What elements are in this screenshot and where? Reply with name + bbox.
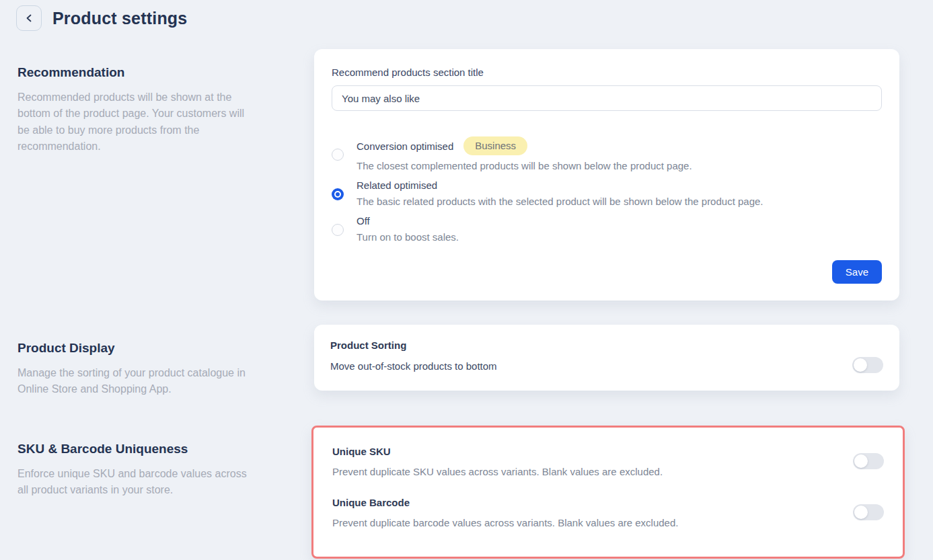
sku-barcode-section: SKU & Barcode Uniqueness Enforce unique …: [0, 426, 314, 559]
recommend-title-label: Recommend products section title: [332, 67, 882, 78]
recommend-title-input[interactable]: [332, 85, 882, 111]
option-texts: Conversion optimised Business The closes…: [357, 136, 882, 173]
option-related-optimised[interactable]: Related optimised The basic related prod…: [332, 179, 882, 208]
section-desc-sku-barcode: Enforce unique SKU and barcode values ac…: [17, 466, 250, 499]
product-sorting-card: Product Sorting Move out-of-stock produc…: [314, 325, 899, 391]
unique-barcode-title: Unique Barcode: [332, 497, 678, 508]
toggle-knob: [854, 454, 868, 468]
unique-barcode-toggle[interactable]: [853, 504, 884, 520]
chevron-left-icon: [26, 14, 33, 22]
option-texts: Off Turn on to boost sales.: [357, 215, 882, 244]
toggle-knob: [854, 506, 868, 519]
option-off[interactable]: Off Turn on to boost sales.: [332, 215, 882, 244]
radio-unselected-icon[interactable]: [332, 149, 344, 161]
option-label: Conversion optimised: [357, 141, 453, 152]
recommendation-row: Recommendation Recommended products will…: [0, 49, 933, 301]
unique-sku-description: Prevent duplicate SKU values across vari…: [332, 466, 663, 477]
unique-barcode-row: Unique Barcode Prevent duplicate barcode…: [332, 497, 884, 528]
unique-sku-row: Unique SKU Prevent duplicate SKU values …: [332, 446, 884, 477]
option-description: Turn on to boost sales.: [357, 230, 882, 244]
product-display-row: Product Display Manage the sorting of yo…: [0, 325, 933, 398]
business-badge: Business: [463, 136, 527, 155]
section-desc-recommendation: Recommended products will be shown at th…: [17, 89, 250, 155]
section-title-recommendation: Recommendation: [17, 65, 287, 80]
sku-barcode-row: SKU & Barcode Uniqueness Enforce unique …: [0, 426, 933, 559]
unique-barcode-description: Prevent duplicate barcode values across …: [332, 517, 678, 528]
recommendation-section: Recommendation Recommended products will…: [0, 49, 314, 301]
product-sorting-title: Product Sorting: [330, 339, 883, 351]
unique-sku-title: Unique SKU: [332, 446, 663, 457]
option-conversion-optimised[interactable]: Conversion optimised Business The closes…: [332, 136, 882, 173]
product-display-section: Product Display Manage the sorting of yo…: [0, 325, 314, 398]
back-button[interactable]: [16, 5, 42, 31]
section-desc-product-display: Manage the sorting of your product catal…: [17, 365, 250, 398]
out-of-stock-toggle[interactable]: [852, 357, 883, 373]
section-title-sku-barcode: SKU & Barcode Uniqueness: [17, 442, 287, 456]
toggle-knob: [854, 358, 867, 372]
page-title: Product settings: [52, 9, 187, 28]
option-label: Off: [357, 215, 370, 227]
unique-sku-toggle[interactable]: [853, 453, 884, 469]
save-button[interactable]: Save: [832, 260, 882, 284]
option-texts: Related optimised The basic related prod…: [357, 179, 882, 208]
out-of-stock-label: Move out-of-stock products to bottom: [330, 360, 883, 372]
recommendation-mode-group: Conversion optimised Business The closes…: [332, 136, 882, 244]
option-description: The basic related products with the sele…: [357, 194, 882, 208]
recommendation-card: Recommend products section title Convers…: [314, 49, 899, 301]
page-header: Product settings: [0, 0, 933, 32]
radio-unselected-icon[interactable]: [332, 224, 344, 236]
sku-uniqueness-card-highlighted: Unique SKU Prevent duplicate SKU values …: [311, 426, 905, 559]
option-description: The closest complemented products will b…: [357, 159, 882, 173]
radio-selected-icon[interactable]: [332, 188, 344, 200]
option-label: Related optimised: [357, 179, 437, 191]
section-title-product-display: Product Display: [17, 341, 287, 356]
